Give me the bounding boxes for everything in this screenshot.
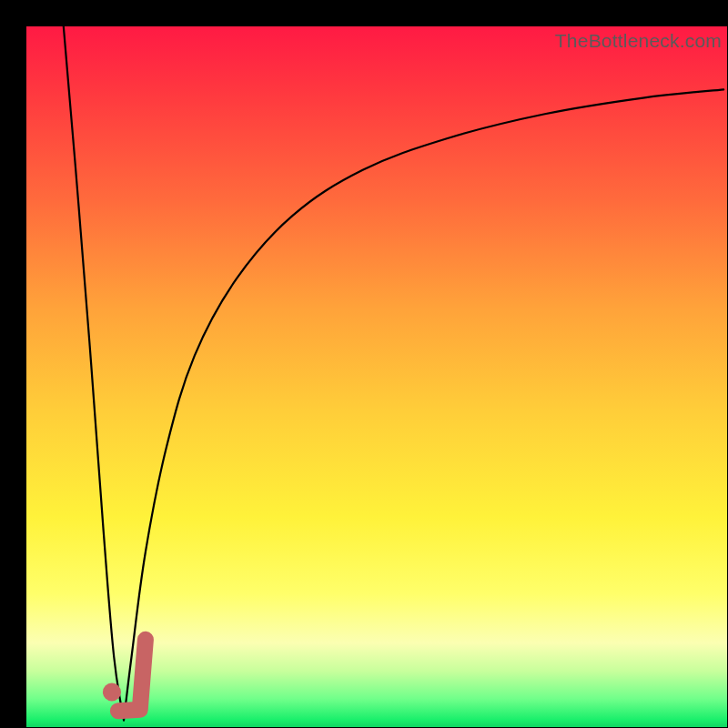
plot-area: TheBottleneck.com xyxy=(26,26,727,727)
marker-dot xyxy=(103,683,121,702)
curve-right-branch xyxy=(124,89,723,720)
chart-frame: TheBottleneck.com xyxy=(0,0,728,728)
curve-left-branch xyxy=(64,26,124,720)
chart-svg xyxy=(26,26,727,727)
